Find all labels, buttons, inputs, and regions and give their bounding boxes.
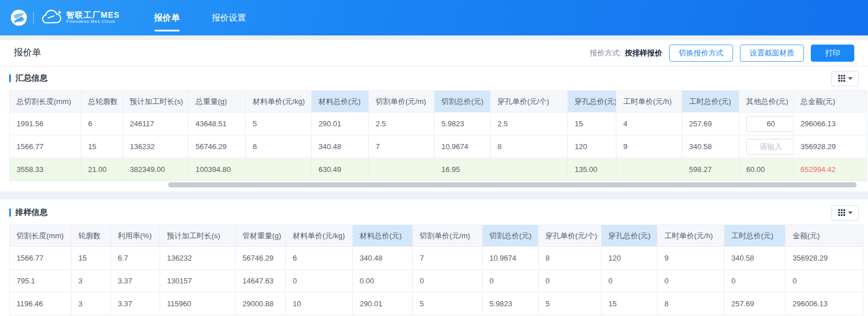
table-cell: 340.48 <box>312 135 369 158</box>
table-cell: 29000.88 <box>236 293 286 315</box>
column-header: 材料总价(元) <box>312 91 369 113</box>
grid-icon <box>838 75 845 82</box>
table-cell: 257.69 <box>682 113 739 135</box>
column-header: 穿孔单价(元/个) <box>491 91 568 113</box>
summary-panel: 汇总信息 总切割长度(mm)总轮廓数预计加工时长(s)总重量(g)材料单价(元/… <box>0 66 868 191</box>
cloud-logo-icon <box>41 9 62 26</box>
column-header: 总轮廓数 <box>81 91 123 113</box>
table-cell: 5 <box>413 293 483 315</box>
table-cell: 7 <box>413 247 483 270</box>
table-cell: 1196.46 <box>10 293 71 315</box>
column-header: 管材重量(g) <box>236 225 286 247</box>
active-tab-underline <box>154 30 180 31</box>
section-accent-bar <box>9 74 11 82</box>
total-cell: 3558.33 <box>10 158 81 181</box>
table-cell: 120 <box>602 247 658 270</box>
column-header: 材料总价(元) <box>353 225 413 247</box>
table-cell: 136232 <box>160 247 236 270</box>
nesting-table: 切割长度(mm)轮廓数利用率(%)预计加工时长(s)管材重量(g)材料单价(元/… <box>9 225 859 315</box>
column-header: 其他总价(元) <box>739 91 794 113</box>
table-cell: 6.7 <box>111 247 160 270</box>
summary-horizontal-scrollbar <box>9 182 859 188</box>
total-cell: 100394.80 <box>189 158 246 181</box>
other-total-input[interactable] <box>746 116 794 132</box>
table-cell: 6 <box>286 247 353 270</box>
table-cell: 15 <box>568 113 616 135</box>
table-cell: 115960 <box>160 293 236 315</box>
column-header: 轮廓数 <box>71 225 111 247</box>
table-cell: 356928.29 <box>794 135 867 158</box>
table-row: 1566.77156.713623256746.296340.48710.967… <box>10 247 863 270</box>
company-logo-icon <box>10 9 27 26</box>
table-cell: 0 <box>286 270 353 293</box>
quote-method-value: 按排样报价 <box>625 48 662 58</box>
table-cell: 130157 <box>160 270 236 293</box>
brand-divider <box>33 12 34 23</box>
column-header: 穿孔总价(元) <box>602 225 658 247</box>
tab-quotation-settings[interactable]: 报价设置 <box>212 0 246 35</box>
table-cell: 0 <box>483 270 539 293</box>
column-header: 金额(元) <box>786 225 863 247</box>
quote-method-label: 报价方式: <box>590 48 622 58</box>
table-cell: 257.69 <box>724 293 786 315</box>
total-cell: 598.27 <box>682 158 739 181</box>
brand-logo: 智联工厂MES Friendess Mes Cloud <box>41 9 120 26</box>
page-title: 报价单 <box>14 47 41 59</box>
switch-quote-method-button[interactable]: 切换报价方式 <box>669 45 733 62</box>
nesting-column-settings-button[interactable] <box>831 205 859 221</box>
other-total-input[interactable] <box>746 139 794 155</box>
page-toolbar: 报价单 报价方式: 按排样报价 切换报价方式 设置截面材质 打印 <box>0 40 868 66</box>
chevron-down-icon <box>848 77 853 80</box>
table-cell: 9 <box>658 247 724 270</box>
total-cell: 652994.42 <box>794 158 867 181</box>
table-cell: 1566.77 <box>10 135 81 158</box>
total-cell: 135.00 <box>568 158 616 181</box>
table-cell: 356928.29 <box>786 247 863 270</box>
table-cell: 3.37 <box>111 293 160 315</box>
table-cell: 0 <box>539 270 602 293</box>
table-cell: 0 <box>658 270 724 293</box>
nesting-section-title: 排样信息 <box>9 207 47 218</box>
table-cell: 340.48 <box>353 247 413 270</box>
total-cell <box>616 158 682 181</box>
column-header: 总重量(g) <box>189 91 246 113</box>
table-cell: 3 <box>71 293 111 315</box>
section-accent-bar <box>9 209 11 217</box>
table-cell: 5 <box>246 113 312 135</box>
table-cell: 0 <box>602 270 658 293</box>
chevron-down-icon <box>848 211 853 214</box>
table-cell: 10.9674 <box>435 135 491 158</box>
total-cell: 630.49 <box>312 158 369 181</box>
scrollbar-thumb[interactable] <box>168 182 857 187</box>
column-header: 总切割长度(mm) <box>10 91 81 113</box>
table-cell: 5.9823 <box>483 293 539 315</box>
set-section-material-button[interactable]: 设置截面材质 <box>740 45 804 62</box>
table-cell: 10.9674 <box>483 247 539 270</box>
column-header: 切割长度(mm) <box>10 225 71 247</box>
column-header: 工时单价(元/h) <box>616 91 682 113</box>
total-cell: 382349.00 <box>123 158 189 181</box>
column-header: 材料单价(元/kg) <box>286 225 353 247</box>
table-cell: 0 <box>413 270 483 293</box>
total-row: 3558.3321.00382349.00100394.80630.4916.9… <box>10 158 867 181</box>
table-cell: 1566.77 <box>10 247 71 270</box>
summary-column-settings-button[interactable] <box>831 71 859 86</box>
column-header: 预计加工时长(s) <box>160 225 236 247</box>
table-cell: 795.1 <box>10 270 71 293</box>
table-row: 1991.56624611743648.515290.012.55.98232.… <box>10 113 867 135</box>
table-cell: 8 <box>658 293 724 315</box>
column-header: 总金额(元) <box>794 91 867 113</box>
column-header: 工时单价(元/h) <box>658 225 724 247</box>
column-header: 切割总价(元) <box>483 225 539 247</box>
table-cell: 120 <box>568 135 616 158</box>
column-header: 工时总价(元) <box>682 91 739 113</box>
tab-quotation[interactable]: 报价单 <box>154 0 180 35</box>
print-button[interactable]: 打印 <box>811 45 854 62</box>
table-cell: 15 <box>71 247 111 270</box>
table-cell <box>739 113 794 135</box>
table-cell: 0 <box>786 270 863 293</box>
table-cell: 8 <box>491 135 568 158</box>
table-cell: 3 <box>71 270 111 293</box>
summary-table: 总切割长度(mm)总轮廓数预计加工时长(s)总重量(g)材料单价(元/kg)材料… <box>9 90 859 181</box>
column-header: 工时总价(元) <box>724 225 786 247</box>
